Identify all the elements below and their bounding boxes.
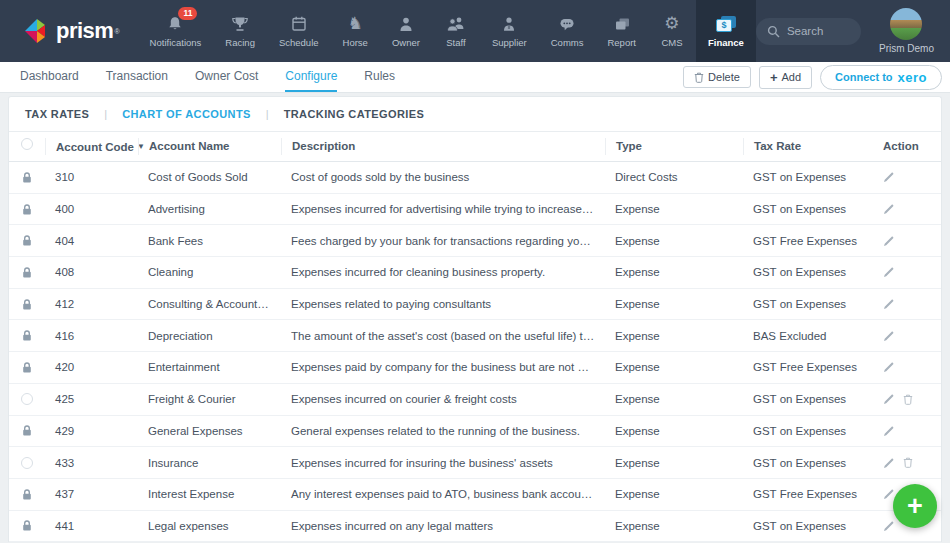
account-name-cell: Insurance	[138, 457, 281, 469]
table-row[interactable]: 433 Insurance Expenses incurred for insu…	[9, 447, 941, 479]
description-cell: General expenses related to the running …	[281, 425, 605, 437]
description-cell: Expenses incurred for cleaning business …	[281, 266, 605, 278]
edit-icon[interactable]	[883, 203, 895, 215]
edit-icon[interactable]	[883, 520, 895, 532]
select-all-checkbox[interactable]	[21, 138, 33, 150]
delete-icon[interactable]	[903, 394, 913, 405]
table-header: Account Code▼ Account Name Description T…	[9, 132, 941, 162]
table-row[interactable]: 420 Entertainment Expenses paid by compa…	[9, 352, 941, 384]
topnav-notifications[interactable]: 11 Notifications	[138, 0, 214, 62]
table-row[interactable]: 416 Depreciation The amount of the asset…	[9, 320, 941, 352]
finance-icon: $	[716, 14, 736, 33]
topnav-comms[interactable]: Comms	[539, 0, 596, 62]
subtab-tracking-categories[interactable]: TRACKING CATEGORIES	[284, 108, 425, 120]
table-row[interactable]: 441 Legal expenses Expenses incurred on …	[9, 511, 941, 542]
table-row[interactable]: 425 Freight & Courier Expenses incurred …	[9, 384, 941, 416]
lock-icon	[21, 424, 33, 437]
edit-icon[interactable]	[883, 171, 895, 183]
search-input[interactable]	[787, 25, 850, 37]
topnav-finance[interactable]: $ Finance	[696, 0, 756, 62]
table-row[interactable]: 437 Interest Expense Any interest expens…	[9, 479, 941, 511]
topnav-racing[interactable]: Racing	[213, 0, 267, 62]
tax-rate-cell: GST on Expenses	[743, 266, 873, 278]
column-account-name[interactable]: Account Name	[138, 138, 281, 155]
topnav-horse[interactable]: ♞ Horse	[331, 0, 380, 62]
column-account-code[interactable]: Account Code▼	[45, 138, 138, 155]
prism-logo-icon	[24, 18, 50, 44]
row-checkbox[interactable]	[21, 393, 33, 405]
type-cell: Expense	[605, 457, 743, 469]
subtab-chart-of-accounts[interactable]: CHART OF ACCOUNTS	[122, 108, 251, 120]
table-row[interactable]: 404 Bank Fees Fees charged by your bank …	[9, 225, 941, 257]
table-row[interactable]: 310 Cost of Goods Sold Cost of goods sol…	[9, 162, 941, 194]
tab-rules[interactable]: Rules	[364, 62, 395, 92]
user-name: Prism Demo	[879, 43, 934, 54]
account-name-cell: Cost of Goods Sold	[138, 171, 281, 183]
tab-dashboard[interactable]: Dashboard	[20, 62, 79, 92]
avatar	[890, 8, 922, 40]
plus-icon: +	[770, 71, 778, 84]
delete-button[interactable]: Delete	[683, 66, 751, 88]
row-checkbox[interactable]	[21, 457, 33, 469]
lock-icon	[21, 361, 33, 374]
add-account-fab[interactable]: +	[893, 484, 937, 528]
column-description[interactable]: Description	[281, 138, 605, 155]
select-all-cell	[9, 138, 45, 155]
topnav-report[interactable]: Report	[595, 0, 648, 62]
tab-owner-cost[interactable]: Owner Cost	[195, 62, 258, 92]
account-name-cell: Consulting & Accounting	[138, 298, 281, 310]
edit-icon[interactable]	[883, 457, 895, 469]
person-icon	[397, 14, 415, 33]
tab-transaction[interactable]: Transaction	[106, 62, 168, 92]
type-cell: Direct Costs	[605, 171, 743, 183]
topnav-owner[interactable]: Owner	[380, 0, 432, 62]
column-tax-rate[interactable]: Tax Rate	[743, 138, 873, 155]
tax-rate-cell: GST on Expenses	[743, 171, 873, 183]
lock-icon	[21, 329, 33, 342]
plus-icon: +	[907, 491, 923, 522]
trophy-icon	[231, 14, 249, 33]
trash-icon	[694, 72, 704, 83]
prism-logo[interactable]: prism ®	[0, 18, 138, 44]
edit-icon[interactable]	[883, 393, 895, 405]
tab-configure[interactable]: Configure	[285, 62, 337, 92]
edit-icon[interactable]	[883, 361, 895, 373]
delete-icon[interactable]	[903, 457, 913, 468]
table-row[interactable]: 400 Advertising Expenses incurred for ad…	[9, 194, 941, 226]
column-action: Action	[873, 138, 941, 155]
account-name-cell: Entertainment	[138, 361, 281, 373]
xero-logo: xero	[898, 70, 927, 85]
table-row[interactable]: 429 General Expenses General expenses re…	[9, 416, 941, 448]
connect-to-xero-button[interactable]: Connect to xero	[820, 65, 942, 90]
tax-rate-cell: GST Free Expenses	[743, 235, 873, 247]
topnav-staff[interactable]: Staff	[432, 0, 480, 62]
search-box[interactable]	[756, 18, 861, 45]
table-row[interactable]: 408 Cleaning Expenses incurred for clean…	[9, 257, 941, 289]
tax-rate-cell: GST Free Expenses	[743, 361, 873, 373]
subtab-tax-rates[interactable]: TAX RATES	[25, 108, 89, 120]
topnav-schedule[interactable]: Schedule	[267, 0, 331, 62]
lock-icon	[21, 234, 33, 247]
configure-subtabs: TAX RATES | CHART OF ACCOUNTS | TRACKING…	[9, 97, 941, 132]
type-cell: Expense	[605, 266, 743, 278]
horse-icon: ♞	[348, 14, 363, 33]
accounts-table-body: 310 Cost of Goods Sold Cost of goods sol…	[9, 162, 941, 542]
topnav-cms[interactable]: ⚙ CMS	[648, 0, 696, 62]
add-button[interactable]: + Add	[759, 66, 812, 89]
topnav-supplier[interactable]: Supplier	[480, 0, 539, 62]
edit-icon[interactable]	[883, 330, 895, 342]
account-code-cell: 437	[45, 488, 138, 500]
edit-icon[interactable]	[883, 235, 895, 247]
edit-icon[interactable]	[883, 425, 895, 437]
type-cell: Expense	[605, 298, 743, 310]
brand-name: prism	[56, 18, 113, 44]
column-type[interactable]: Type	[605, 138, 743, 155]
user-menu[interactable]: Prism Demo	[879, 8, 934, 54]
account-code-cell: 429	[45, 425, 138, 437]
edit-icon[interactable]	[883, 298, 895, 310]
brand-trademark: ®	[114, 28, 119, 35]
tax-rate-cell: BAS Excluded	[743, 330, 873, 342]
table-row[interactable]: 412 Consulting & Accounting Expenses rel…	[9, 289, 941, 321]
edit-icon[interactable]	[883, 266, 895, 278]
tax-rate-cell: GST on Expenses	[743, 203, 873, 215]
